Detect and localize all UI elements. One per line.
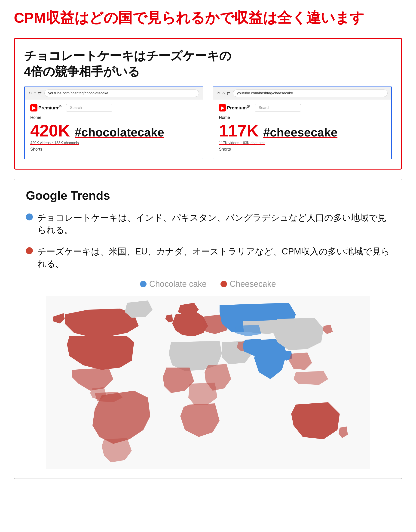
browser-icons: ↻ ⌂ ⇄ — [28, 91, 42, 96]
yt-content-chocolate: ▶ PremiumJP Search Home 420K #chocolatec… — [25, 99, 203, 159]
main-title: CPM収益はどの国で見られるかで収益は全く違います — [14, 9, 402, 26]
yt-hashtag-row-chocolate: 420K #chocolatecake — [30, 122, 197, 139]
browser-icons-2: ↻ ⌂ ⇄ — [217, 91, 230, 96]
hashtag-section-title: チョコレートケーキはチーズケーキの 4倍の競争相手がいる — [24, 48, 392, 79]
yt-screens: ↻ ⌂ ⇄ youtube.com/hashtag/chocolatecake … — [24, 87, 392, 159]
bullet-cheesecake: チーズケーキは、米国、EU、カナダ、オーストラリアなど、CPM収入の多い地域で見… — [26, 245, 390, 270]
nav-shorts-cheesecake[interactable]: Shorts — [219, 147, 231, 152]
trends-section: Google Trends チョコレートケーキは、インド、パキスタン、バングラデ… — [14, 179, 402, 479]
yt-stats-cheesecake: 117K videos・63K channels — [219, 141, 386, 145]
hashtag-section: チョコレートケーキはチーズケーキの 4倍の競争相手がいる ↻ ⌂ ⇄ youtu… — [14, 38, 402, 169]
bullet-dot-blue — [26, 213, 33, 221]
bullet-cheesecake-text: チーズケーキは、米国、EU、カナダ、オーストラリアなど、CPM収入の多い地域で見… — [38, 245, 390, 270]
world-map — [46, 296, 370, 469]
bullet-chocolate: チョコレートケーキは、インド、パキスタン、バングラデシュなど人口の多い地域で見ら… — [26, 212, 390, 236]
address-bar-chocolate: ↻ ⌂ ⇄ youtube.com/hashtag/chocolatecake — [25, 87, 203, 99]
legend-chocolate-label: Chocolate cake — [149, 279, 207, 289]
yt-hashtag-chocolate[interactable]: #chocolatecake — [75, 125, 164, 139]
home-icon[interactable]: ⌂ — [34, 91, 36, 96]
legend-dot-blue — [140, 281, 147, 287]
url-bar-chocolate[interactable]: youtube.com/hashtag/chocolatecake — [44, 89, 199, 97]
yt-logo-chocolate: ▶ PremiumJP — [30, 104, 61, 111]
yt-shorts-nav-chocolate: Shorts — [30, 147, 197, 152]
bullet-dot-red — [26, 247, 33, 254]
bullet-chocolate-text: チョコレートケーキは、インド、パキスタン、バングラデシュなど人口の多い地域で見ら… — [38, 212, 390, 236]
world-map-wrapper — [26, 296, 390, 469]
refresh-icon[interactable]: ↻ — [28, 91, 32, 96]
yt-logo-icon: ▶ — [30, 104, 38, 111]
yt-nav-cheesecake: Home — [219, 115, 386, 120]
legend-cheesecake: Cheesecake — [220, 279, 276, 289]
yt-nav-chocolate: Home — [30, 115, 197, 120]
yt-search-chocolate[interactable]: Search — [66, 104, 112, 111]
yt-logo-text-2: PremiumJP — [227, 105, 250, 111]
map-legend: Chocolate cake Cheesecake — [26, 279, 390, 289]
yt-stats-chocolate: 420K videos・133K channels — [30, 141, 197, 145]
yt-logo-icon-2: ▶ — [219, 104, 226, 111]
yt-logo-text: PremiumJP — [38, 105, 61, 111]
legend-dot-red — [220, 281, 227, 287]
yt-count-cheesecake: 117K — [219, 122, 259, 139]
home-icon-2[interactable]: ⌂ — [222, 91, 225, 96]
yt-screen-chocolate: ↻ ⌂ ⇄ youtube.com/hashtag/chocolatecake … — [24, 87, 203, 159]
yt-content-cheesecake: ▶ PremiumJP Search Home 117K #cheesecake… — [213, 99, 391, 159]
yt-hashtag-cheesecake[interactable]: #cheesecake — [263, 125, 337, 139]
nav-home-cheesecake[interactable]: Home — [219, 115, 230, 120]
yt-logo-cheesecake: ▶ PremiumJP — [219, 104, 250, 111]
yt-search-cheesecake[interactable]: Search — [255, 104, 301, 111]
yt-screen-cheesecake: ↻ ⌂ ⇄ youtube.com/hashtag/cheesecake ▶ P… — [213, 87, 392, 159]
share-icon[interactable]: ⇄ — [38, 91, 42, 96]
nav-shorts-chocolate[interactable]: Shorts — [30, 147, 42, 152]
yt-top-bar-cheesecake: ▶ PremiumJP Search — [219, 104, 386, 111]
share-icon-2[interactable]: ⇄ — [227, 91, 230, 96]
trends-title: Google Trends — [26, 189, 390, 202]
address-bar-cheesecake: ↻ ⌂ ⇄ youtube.com/hashtag/cheesecake — [213, 87, 391, 99]
yt-hashtag-row-cheesecake: 117K #cheesecake — [219, 122, 386, 139]
url-bar-cheesecake[interactable]: youtube.com/hashtag/cheesecake — [233, 89, 388, 97]
legend-cheesecake-label: Cheesecake — [230, 279, 276, 289]
yt-count-chocolate: 420K — [30, 122, 70, 139]
yt-shorts-nav-cheesecake: Shorts — [219, 147, 386, 152]
refresh-icon-2[interactable]: ↻ — [217, 91, 220, 96]
yt-top-bar-chocolate: ▶ PremiumJP Search — [30, 104, 197, 111]
nav-home-chocolate[interactable]: Home — [30, 115, 41, 120]
map-container: Chocolate cake Cheesecake — [26, 279, 390, 469]
legend-chocolate: Chocolate cake — [140, 279, 207, 289]
